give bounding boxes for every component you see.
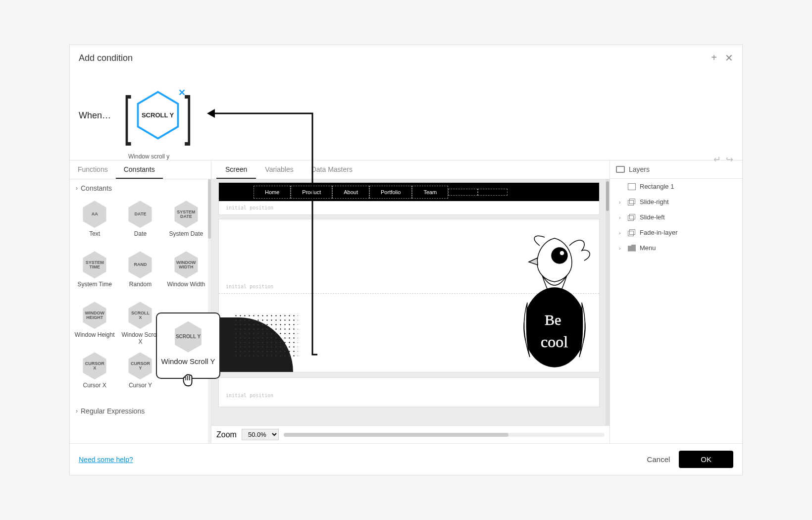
left-panel: Functions Constants › Constants AA Text … [70,160,211,443]
footer: Need some help? Cancel OK [70,443,742,475]
constant-chip-date[interactable]: DATE Date [118,197,162,247]
layer-rectangle-1[interactable]: Rectangle 1 [610,179,742,194]
menu-empty-2[interactable] [478,189,508,196]
constant-chip-system-date[interactable]: SYSTEMDATE System Date [164,197,208,247]
placeholder-1: initial position [219,201,599,214]
layers-list: Rectangle 1›Slide-right›Slide-left›Fade-… [610,179,742,256]
bracket-left-icon: [ [124,88,131,143]
ok-button[interactable]: OK [679,451,733,468]
zoom-label: Zoom [216,430,237,439]
titlebar-actions: + ✕ [711,52,733,64]
constant-chip-random[interactable]: RAND Random [118,248,162,297]
expression-slot[interactable]: [ SCROLL Y ✕ ] [120,88,196,143]
cancel-button[interactable]: Cancel [647,455,670,464]
tab-data-masters[interactable]: Data Masters [303,160,361,179]
add-condition-dialog: Add condition + ✕ When… [ SCROLL Y ✕ ] W… [69,45,743,475]
close-icon[interactable]: ✕ [725,52,733,64]
svg-point-13 [559,251,564,256]
folder-icon [628,245,636,252]
artboard-menu[interactable]: Home Product About Portfolio Team initia… [218,182,600,215]
dot-pattern [234,313,298,358]
chevron-right-icon: › [619,199,624,205]
zoom-bar: Zoom 50.0% [211,425,609,443]
stack-icon [628,229,636,236]
rect-icon [628,183,636,190]
undo-icon[interactable]: ↵ [713,154,721,165]
tab-constants[interactable]: Constants [116,160,163,179]
layer-slide-left[interactable]: ›Slide-left [610,209,742,225]
section-constants[interactable]: › Constants [70,179,211,197]
constant-chip-text[interactable]: AA Text [73,197,116,247]
drag-preview-label: Window Scroll Y [161,357,215,366]
canvas-scrollbar[interactable] [606,179,609,425]
help-link[interactable]: Need some help? [79,456,133,464]
layer-menu[interactable]: ›Menu [610,240,742,256]
constant-chip-system-time[interactable]: SYSTEMTIME System Time [73,248,116,297]
artboard-3[interactable]: initial position [218,377,600,407]
menu-empty-1[interactable] [448,189,478,196]
redo-icon[interactable]: ↪ [726,154,733,165]
expression-area: When… [ SCROLL Y ✕ ] Window scroll y [70,71,742,160]
zoom-select[interactable]: 50.0% [242,429,279,440]
left-tabs: Functions Constants [70,160,211,179]
add-icon[interactable]: + [711,52,717,64]
chevron-right-icon: › [76,408,78,415]
section-regex[interactable]: › Regular Expressions [70,402,211,420]
svg-text:cool: cool [541,333,568,351]
svg-point-12 [552,248,567,263]
placeholder-3: initial position [219,378,599,402]
svg-marker-14 [529,258,538,265]
titlebar: Add condition + ✕ [70,45,742,71]
chip-sublabel: Window scroll y [128,153,169,160]
tab-functions[interactable]: Functions [70,160,116,179]
scroll-y-chip[interactable]: SCROLL Y ✕ [135,90,181,141]
menubar: Home Product About Portfolio Team [219,183,599,201]
when-label: When… [79,110,111,121]
dialog-title: Add condition [79,53,133,63]
left-scrollbar[interactable] [208,179,211,443]
svg-text:Be: Be [545,312,561,328]
menu-product[interactable]: Product [291,186,332,199]
canvas[interactable]: Home Product About Portfolio Team initia… [211,179,609,425]
constant-chip-window-height[interactable]: WINDOWHEIGHT Window Height [73,298,116,348]
chip-remove-icon[interactable]: ✕ [178,87,186,98]
chevron-right-icon: › [619,214,624,220]
drag-preview-scroll-y: SCROLL Y Window Scroll Y [156,312,220,379]
tab-screen[interactable]: Screen [216,160,256,179]
grab-cursor-icon [181,373,196,388]
chip-label: SCROLL Y [142,112,174,119]
right-panel: Layers Rectangle 1›Slide-right›Slide-lef… [609,160,742,443]
constant-chip-window-width[interactable]: WINDOWWIDTH Window Width [164,248,208,297]
undo-redo: ↵ ↪ [713,154,733,165]
constant-chip-cursor-x[interactable]: CURSORX Cursor X [73,349,116,398]
stack-icon [628,214,636,221]
menu-about[interactable]: About [332,186,369,199]
chevron-right-icon: › [76,185,78,192]
zoom-scrollbar[interactable] [284,433,605,437]
center-tabs: Screen Variables Data Masters [211,160,609,179]
layer-fade-in-layer[interactable]: ›Fade-in-layer [610,225,742,240]
menu-home[interactable]: Home [254,186,291,199]
menu-portfolio[interactable]: Portfolio [369,186,412,199]
screen-icon [616,166,625,173]
layer-slide-right[interactable]: ›Slide-right [610,194,742,209]
tab-variables[interactable]: Variables [256,160,302,179]
stack-icon [628,199,636,206]
dialog-body: Functions Constants › Constants AA Text … [70,160,742,443]
artboard-hero[interactable]: initial position [218,219,600,372]
bird-illustration: Be cool [510,228,599,372]
chevron-right-icon: › [619,230,624,236]
chevron-right-icon: › [619,245,624,251]
center-panel: Screen Variables Data Masters Home Produ… [211,160,609,443]
menu-team[interactable]: Team [412,186,448,199]
